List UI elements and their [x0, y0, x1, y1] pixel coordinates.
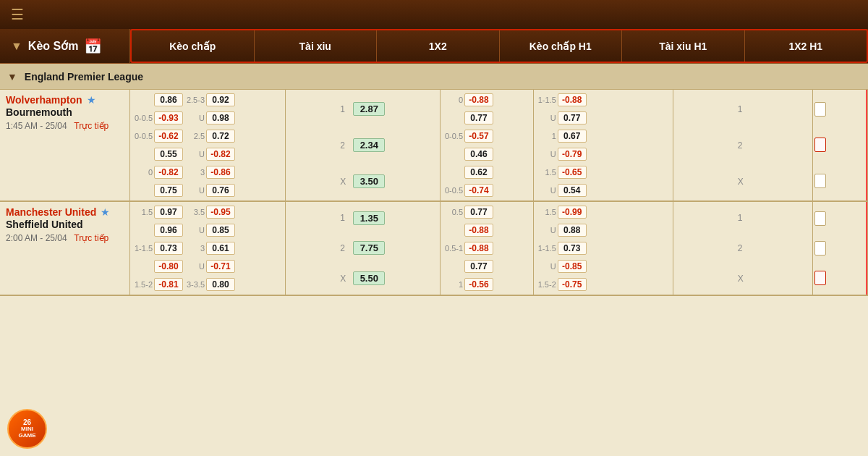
chevron-down-icon[interactable]: ▼: [11, 40, 22, 53]
label: 0-0.5: [443, 132, 463, 140]
result-val[interactable]: 2.87: [353, 102, 385, 116]
tab-keo-chap[interactable]: Kèo chấp: [132, 30, 255, 62]
odds-val[interactable]: 0.54: [558, 184, 587, 197]
odds-val[interactable]: -0.86: [206, 166, 235, 179]
header-row: ▼ Kèo Sớm 📅 Kèo chấp Tài xiu 1X2 Kèo chấ…: [0, 29, 868, 64]
odds-val[interactable]: -0.95: [206, 206, 235, 219]
label: U: [184, 186, 205, 195]
mini-game-badge[interactable]: 26 MINIGAME: [7, 409, 47, 449]
tab-1x2[interactable]: 1X2: [377, 30, 500, 62]
odds-val[interactable]: -0.57: [464, 130, 493, 143]
odds-val[interactable]: 0.67: [558, 130, 587, 143]
odds-val[interactable]: 0.77: [464, 260, 493, 273]
odds-val[interactable]: -0.65: [558, 166, 587, 179]
odds-val[interactable]: -0.56: [464, 278, 493, 291]
mini-game-text: MINIGAME: [19, 426, 36, 439]
label: 1.5-2: [536, 280, 556, 289]
odds-val[interactable]: -0.82: [206, 148, 235, 161]
odds-val[interactable]: 0.73: [154, 242, 183, 255]
result-val[interactable]: 3.50: [353, 174, 385, 188]
result-val[interactable]: 7.75: [353, 241, 385, 255]
odds-val[interactable]: -0.75: [558, 278, 587, 291]
match2-star-icon[interactable]: ★: [101, 206, 110, 218]
odds-val[interactable]: 0.88: [558, 224, 587, 237]
label: U: [184, 226, 205, 235]
label: 0.5: [443, 208, 463, 216]
odds-val[interactable]: 0.61: [206, 242, 235, 255]
odds-val[interactable]: -0.93: [154, 111, 183, 124]
label: 0-0.5: [132, 114, 153, 122]
label: 1.5: [536, 168, 556, 177]
odds-val[interactable]: 0.55: [154, 148, 183, 161]
label: 1.5-2: [132, 280, 153, 289]
label: 0: [443, 96, 463, 104]
label: 0-0.5: [132, 132, 153, 140]
odds-val[interactable]: -0.88: [464, 93, 493, 106]
match1-keo-chap: 0.86 2.5-3 0.92 0-0.5 -0.93 U 0.98 0-0.5…: [130, 90, 286, 200]
tab-1x2-h1[interactable]: 1X2 H1: [745, 30, 867, 62]
odds-val[interactable]: 0.76: [206, 184, 235, 197]
result-val[interactable]: 1.35: [353, 211, 385, 225]
odds-val[interactable]: -0.81: [154, 278, 183, 291]
odds-val[interactable]: -0.88: [558, 93, 587, 106]
odds-val[interactable]: 0.62: [464, 166, 493, 179]
odds-val[interactable]: 0.75: [154, 184, 183, 197]
odds-val[interactable]: 0.97: [154, 206, 183, 219]
calendar-icon[interactable]: 📅: [84, 38, 102, 55]
odds-val[interactable]: 0.77: [464, 206, 493, 219]
odds-val[interactable]: -0.88: [464, 242, 493, 255]
keo-som-section: ▼ Kèo Sớm 📅: [0, 29, 130, 63]
odds-val[interactable]: 0.80: [206, 278, 235, 291]
odds-val[interactable]: -0.62: [154, 130, 183, 143]
match2-1x2: 1 1.35 2 7.75 X 5.50: [286, 202, 441, 295]
match2-home-team[interactable]: Manchester United: [6, 206, 96, 218]
odds-val[interactable]: -0.71: [206, 260, 235, 273]
tab-tai-xiu[interactable]: Tài xiu: [255, 30, 378, 62]
odds-val[interactable]: 0.86: [154, 93, 183, 106]
odds-val[interactable]: -0.74: [464, 184, 493, 197]
result-val[interactable]: 5.50: [353, 271, 385, 285]
label: U: [184, 262, 205, 271]
league-header: ▼ England Premier League: [0, 64, 868, 90]
label: U: [184, 150, 205, 159]
match1-1x2: 1 2.87 2 2.34 X 3.50: [286, 90, 441, 200]
odds-val[interactable]: 0.73: [558, 242, 587, 255]
label: 1-1.5: [536, 244, 556, 253]
label: 1: [443, 280, 463, 289]
match2-keo-chap: 1.5 0.97 3.5 -0.95 0.96 U 0.85 1-1.5 0.7…: [130, 202, 286, 295]
odds-val[interactable]: 0.72: [206, 130, 235, 143]
match2-tai-xiu-h1: 1.5 -0.99 U 0.88 1-1.5 0.73 U -0.85 1.5-…: [534, 202, 673, 295]
odds-val[interactable]: -0.85: [558, 260, 587, 273]
odds-val[interactable]: 0.85: [206, 224, 235, 237]
match1-star-icon[interactable]: ★: [87, 94, 96, 106]
odds-val[interactable]: -0.88: [464, 224, 493, 237]
label: U: [184, 114, 205, 122]
tab-tai-xiu-h1[interactable]: Tài xiu H1: [622, 30, 745, 62]
match1-keo-chap-h1: 0 -0.88 0.77 0-0.5 -0.57 0.46 0.62: [441, 90, 534, 200]
odds-val[interactable]: -0.80: [154, 260, 183, 273]
match1-live-label[interactable]: Trực tiếp: [74, 121, 109, 131]
odds-val[interactable]: -0.79: [558, 148, 587, 161]
hamburger-icon[interactable]: ☰: [11, 6, 24, 23]
odds-val[interactable]: 0.77: [464, 111, 493, 124]
odds-val[interactable]: 0.77: [558, 111, 587, 124]
odds-val[interactable]: -0.99: [558, 206, 587, 219]
match2-keo-chap-h1: 0.5 0.77 -0.88 0.5-1 -0.88 0.77 1 -0: [441, 202, 534, 295]
label: 1-1.5: [132, 244, 153, 253]
odds-val[interactable]: 0.96: [154, 224, 183, 237]
odds-val[interactable]: 0.46: [464, 148, 493, 161]
label: 1: [536, 132, 556, 140]
match2-live-label[interactable]: Trực tiếp: [74, 233, 109, 243]
league-chevron-icon[interactable]: ▼: [7, 71, 17, 83]
match2-1x2-h1: 1 2 X: [673, 202, 813, 295]
odds-val[interactable]: -0.82: [154, 166, 183, 179]
label: 3: [184, 168, 205, 177]
match1-tai-xiu-h1: 1-1.5 -0.88 U 0.77 1 0.67 U -0.79 1.5: [534, 90, 673, 200]
odds-val[interactable]: 0.98: [206, 111, 235, 124]
league-name: England Premier League: [25, 71, 143, 83]
tab-keo-chap-h1[interactable]: Kèo chấp H1: [500, 30, 623, 62]
match1-home-team[interactable]: Wolverhampton: [6, 94, 82, 106]
odds-val[interactable]: 0.92: [206, 93, 235, 106]
result-val[interactable]: 2.34: [353, 138, 385, 152]
label: U: [536, 114, 556, 122]
